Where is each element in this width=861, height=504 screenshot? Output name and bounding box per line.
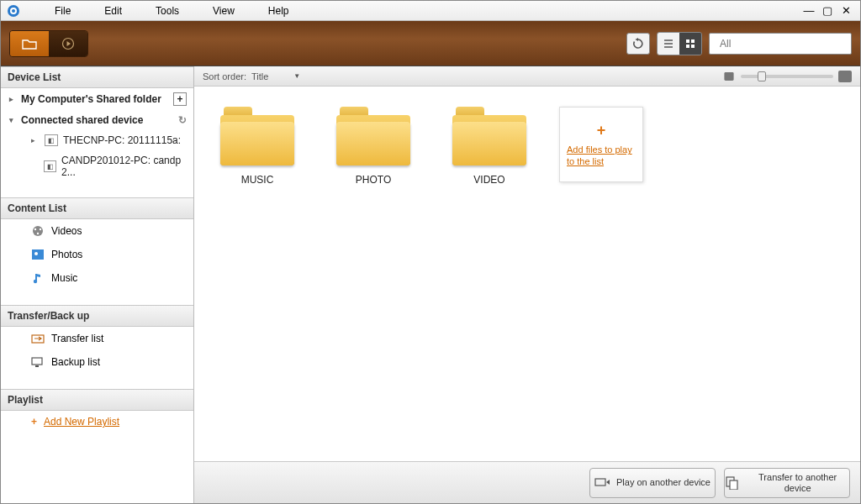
content-grid: MUSIC PHOTO VIDEO + Add files to play to… (194, 87, 860, 461)
sort-order-label: Sort order: (203, 71, 246, 81)
svg-point-12 (40, 228, 41, 230)
play-on-another-label: Play on another device (616, 477, 710, 487)
my-computer-shared-label: My Computer's Shared folder (21, 93, 161, 105)
transfer-backup-header: Transfer/Back up (1, 305, 193, 327)
svg-rect-20 (595, 479, 605, 486)
transfer-device-icon (725, 476, 739, 490)
list-view-button[interactable] (658, 33, 679, 55)
connected-shared-label: Connected shared device (21, 114, 143, 126)
photo-icon (31, 248, 45, 261)
folder-open-icon (22, 38, 37, 50)
grid-view-button[interactable] (679, 33, 701, 55)
expand-icon: ▸ (9, 95, 18, 103)
my-computer-shared-folder[interactable]: ▸ My Computer's Shared folder + (1, 88, 193, 110)
content-videos[interactable]: Videos (1, 219, 193, 243)
backup-icon (31, 355, 45, 369)
device-item-0[interactable]: ▸ ◧ THECNP-PC: 20111115a: (1, 130, 193, 150)
collapse-icon: ▾ (9, 116, 18, 124)
add-files-label: Add files to play to the list (567, 144, 636, 166)
svg-point-10 (33, 226, 43, 236)
svg-point-13 (37, 233, 39, 234)
svg-rect-4 (686, 39, 689, 43)
device-item-1[interactable]: ▸ ◧ CANDP201012-PC: candp 2... (1, 150, 193, 182)
sort-order-value: Title (251, 71, 268, 81)
content-music-label: Music (51, 272, 77, 284)
main-area: Sort order: Title ▼ MUSIC P (194, 66, 860, 503)
video-icon (31, 224, 45, 238)
svg-point-15 (34, 252, 38, 255)
plus-icon: + (597, 122, 606, 139)
backup-list[interactable]: Backup list (1, 350, 193, 374)
folder-video[interactable]: VIDEO (443, 107, 536, 186)
svg-point-2 (12, 9, 15, 13)
thumbnail-size-slider[interactable] (741, 75, 833, 78)
device-icon: ◧ (44, 160, 56, 172)
device-icon: ◧ (45, 134, 58, 146)
folder-icon (220, 107, 294, 165)
grid-icon (685, 39, 695, 49)
menu-view[interactable]: View (196, 5, 251, 17)
app-logo-icon (6, 3, 21, 18)
menu-bar: File Edit Tools View Help — ▢ ✕ (1, 1, 860, 21)
window-maximize-icon[interactable]: ▢ (821, 4, 833, 17)
play-device-icon (594, 476, 610, 490)
play-on-another-device-button[interactable]: Play on another device (589, 468, 716, 498)
transfer-to-another-label: Transfer to another device (746, 472, 849, 492)
search-box[interactable] (709, 33, 852, 55)
folder-icon (336, 107, 410, 165)
menu-edit[interactable]: Edit (87, 5, 139, 17)
menu-tools[interactable]: Tools (139, 5, 196, 17)
playlist-header: Playlist (1, 389, 193, 411)
chevron-down-icon: ▼ (293, 72, 300, 80)
list-icon (663, 39, 673, 49)
add-new-playlist[interactable]: + Add New Playlist (1, 411, 193, 433)
thumbnail-large-icon (838, 71, 852, 82)
content-photos[interactable]: Photos (1, 243, 193, 266)
sort-order-dropdown[interactable]: Title ▼ (251, 71, 300, 81)
content-videos-label: Videos (51, 225, 82, 237)
window-minimize-icon[interactable]: — (803, 4, 815, 17)
content-list-header: Content List (1, 197, 193, 219)
menu-help[interactable]: Help (251, 5, 306, 17)
transfer-list[interactable]: Transfer list (1, 327, 193, 350)
content-music[interactable]: Music (1, 266, 193, 290)
transfer-list-label: Transfer list (51, 333, 103, 344)
svg-point-16 (34, 280, 37, 283)
svg-rect-6 (686, 45, 689, 48)
window-close-icon[interactable]: ✕ (840, 4, 852, 17)
backup-list-label: Backup list (51, 356, 100, 368)
search-input[interactable] (720, 38, 846, 50)
content-photos-label: Photos (51, 249, 82, 260)
device-label: THECNP-PC: 20111115a: (63, 134, 181, 146)
folder-music[interactable]: MUSIC (211, 107, 304, 186)
folder-label: MUSIC (241, 174, 274, 186)
plus-icon: + (31, 416, 37, 428)
svg-point-11 (34, 228, 36, 230)
device-list-header: Device List (1, 66, 193, 88)
connected-shared-device[interactable]: ▾ Connected shared device ↻ (1, 110, 193, 130)
expand-icon: ▸ (31, 136, 40, 144)
add-files-tile[interactable]: + Add files to play to the list (559, 107, 643, 182)
refresh-icon (632, 38, 644, 50)
folder-photo[interactable]: PHOTO (327, 107, 420, 186)
play-circle-icon (61, 37, 75, 50)
folder-label: VIDEO (473, 174, 504, 186)
transfer-to-another-device-button[interactable]: Transfer to another device (724, 468, 850, 498)
svg-rect-18 (32, 358, 42, 365)
menu-file[interactable]: File (38, 5, 87, 17)
play-mode-button[interactable] (49, 31, 87, 56)
device-label: CANDP201012-PC: candp 2... (61, 155, 187, 178)
svg-rect-7 (691, 45, 695, 48)
music-icon (31, 271, 45, 285)
refresh-button[interactable] (626, 33, 650, 55)
folder-icon (452, 107, 526, 165)
svg-rect-22 (730, 480, 737, 490)
browse-mode-button[interactable] (10, 31, 49, 56)
transfer-icon (31, 332, 45, 345)
footer-bar: Play on another device Transfer to anoth… (194, 461, 860, 503)
toolbar (1, 21, 860, 66)
sort-bar: Sort order: Title ▼ (194, 66, 860, 87)
sidebar: Device List ▸ My Computer's Shared folde… (1, 66, 194, 503)
refresh-devices-icon[interactable]: ↻ (178, 114, 187, 126)
add-shared-folder-button[interactable]: + (173, 92, 187, 106)
